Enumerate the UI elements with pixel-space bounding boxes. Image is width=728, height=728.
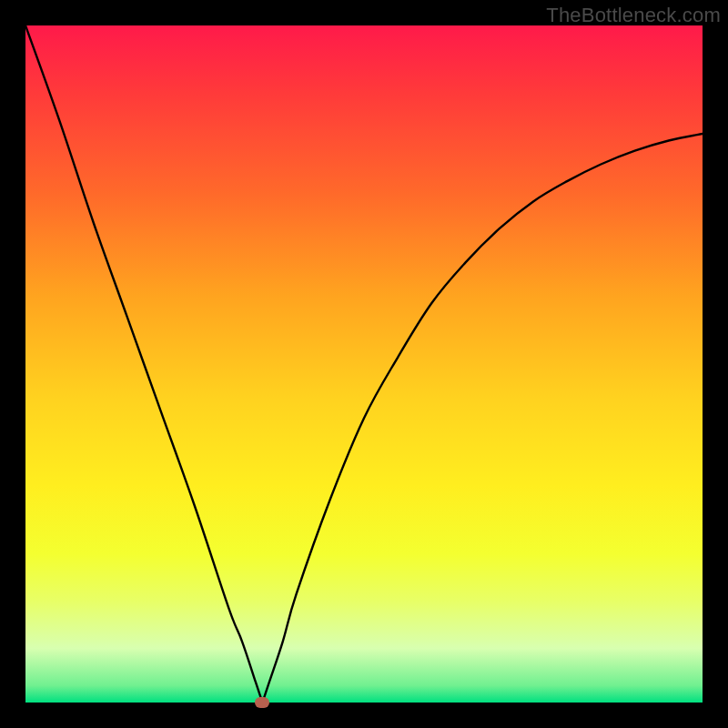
bottleneck-curve bbox=[25, 25, 703, 703]
plot-area bbox=[25, 25, 703, 703]
watermark-text: TheBottleneck.com bbox=[546, 4, 721, 27]
cusp-marker bbox=[255, 697, 269, 708]
chart-frame: TheBottleneck.com bbox=[0, 0, 728, 728]
